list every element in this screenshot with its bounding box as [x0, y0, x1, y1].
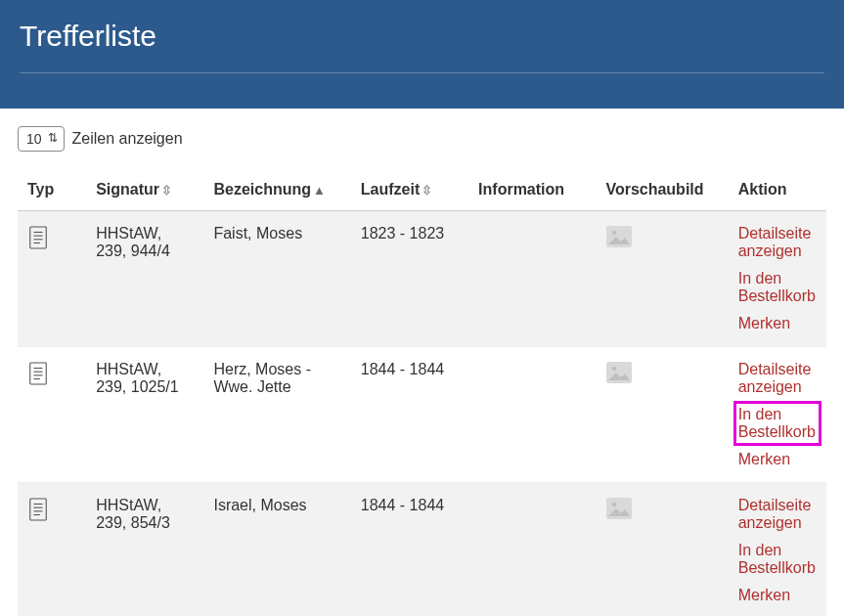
sort-asc-icon: ▲ [313, 183, 326, 198]
cell-bezeichnung: Herz, Moses - Wwe. Jette [203, 347, 350, 483]
rows-select-label: Zeilen anzeigen [72, 130, 183, 148]
page-header: Trefferliste [0, 0, 844, 109]
table-header-row: Typ Signatur⇳ Bezeichnung▲ Laufzeit⇳ Inf… [18, 169, 826, 211]
cell-information [468, 483, 596, 617]
cell-typ [18, 483, 86, 617]
cell-aktion: Detailseite anzeigenIn den BestellkorbMe… [729, 483, 826, 617]
cell-laufzeit: 1844 - 1844 [351, 483, 468, 617]
cell-laufzeit: 1823 - 1823 [351, 211, 468, 347]
cell-vorschaubild [596, 347, 728, 483]
cell-information [468, 347, 596, 483]
document-icon [27, 373, 49, 389]
cell-signatur: HHStAW, 239, 1025/1 [86, 347, 203, 483]
detail-link[interactable]: Detailseite anzeigen [738, 361, 817, 396]
remember-link[interactable]: Merken [738, 451, 817, 468]
table-row: HHStAW, 239, 854/3Israel, Moses1844 - 18… [18, 483, 826, 617]
cell-laufzeit: 1844 - 1844 [351, 347, 468, 483]
document-icon [27, 237, 49, 253]
col-information: Information [468, 169, 596, 211]
table-row: HHStAW, 239, 1025/1Herz, Moses - Wwe. Je… [18, 347, 826, 483]
col-bezeichnung[interactable]: Bezeichnung▲ [203, 169, 350, 211]
sort-icon: ⇳ [161, 183, 172, 198]
col-aktion: Aktion [729, 169, 826, 211]
results-table: Typ Signatur⇳ Bezeichnung▲ Laufzeit⇳ Inf… [18, 169, 826, 616]
cell-aktion: Detailseite anzeigenIn den BestellkorbMe… [729, 347, 826, 483]
image-placeholder-icon [605, 506, 633, 523]
cell-vorschaubild [596, 211, 728, 347]
document-icon [27, 508, 49, 525]
cell-signatur: HHStAW, 239, 854/3 [86, 483, 203, 617]
page-title: Trefferliste [20, 20, 824, 53]
detail-link[interactable]: Detailseite anzeigen [738, 497, 817, 532]
add-to-basket-link[interactable]: In den Bestellkorb [738, 270, 817, 305]
remember-link[interactable]: Merken [738, 315, 817, 332]
image-placeholder-icon [605, 371, 633, 387]
add-to-basket-link[interactable]: In den Bestellkorb [738, 406, 817, 441]
sort-icon: ⇳ [422, 183, 432, 198]
content: 10 ⇅ Zeilen anzeigen Typ Signatur⇳ Bezei… [0, 109, 844, 616]
svg-point-20 [612, 503, 616, 506]
col-signatur[interactable]: Signatur⇳ [86, 169, 203, 211]
image-placeholder-icon [605, 235, 633, 251]
col-laufzeit[interactable]: Laufzeit⇳ [351, 169, 468, 211]
cell-bezeichnung: Faist, Moses [203, 211, 350, 347]
cell-aktion: Detailseite anzeigenIn den BestellkorbMe… [729, 211, 826, 347]
highlight-box: In den Bestellkorb [733, 401, 822, 446]
select-caret-icon: ⇅ [48, 132, 58, 144]
header-divider [20, 72, 824, 73]
cell-signatur: HHStAW, 239, 944/4 [86, 211, 203, 347]
add-to-basket-link[interactable]: In den Bestellkorb [738, 542, 817, 577]
col-vorschaubild: Vorschaubild [596, 169, 728, 211]
col-typ: Typ [18, 169, 86, 211]
rows-select-value: 10 [26, 131, 42, 147]
table-row: HHStAW, 239, 944/4Faist, Moses1823 - 182… [18, 211, 826, 347]
rows-per-page-control: 10 ⇅ Zeilen anzeigen [18, 126, 826, 152]
cell-bezeichnung: Israel, Moses [203, 483, 350, 617]
cell-vorschaubild [596, 483, 728, 617]
svg-rect-7 [30, 363, 47, 384]
cell-information [468, 211, 596, 347]
cell-typ [18, 347, 86, 483]
svg-rect-0 [30, 227, 47, 248]
cell-typ [18, 211, 86, 347]
svg-point-6 [612, 231, 616, 235]
remember-link[interactable]: Merken [738, 587, 817, 604]
rows-select[interactable]: 10 ⇅ [18, 126, 65, 152]
svg-point-13 [612, 367, 616, 371]
svg-rect-14 [30, 499, 47, 520]
detail-link[interactable]: Detailseite anzeigen [738, 225, 817, 260]
